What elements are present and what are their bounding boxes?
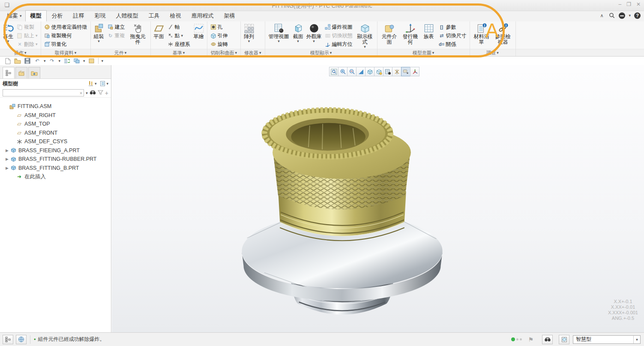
- tree-item-asm-top[interactable]: ▱ ASM_TOP: [0, 120, 111, 129]
- chevron-down-icon[interactable]: ▾: [83, 59, 85, 63]
- save-icon[interactable]: [24, 57, 31, 64]
- add-icon[interactable]: +: [105, 90, 108, 96]
- chevron-down-icon[interactable]: ▾: [86, 91, 88, 95]
- reference-viewer-button[interactable]: 參照檢視器: [492, 22, 514, 45]
- family-table-button[interactable]: 族表: [421, 22, 437, 40]
- toggle-browser-button[interactable]: [16, 335, 27, 344]
- tab-manikin[interactable]: 人體模型: [111, 10, 144, 21]
- drag-components-button[interactable]: 拖曳元件: [127, 22, 149, 45]
- group-label-datum[interactable]: 基準▾: [151, 49, 207, 56]
- sections-button[interactable]: 截面 ▾: [292, 22, 305, 43]
- annotation-display-button[interactable]: [401, 67, 410, 76]
- tree-item-brass-fitting-b[interactable]: ▶ BRASS_FITTING_B.PRT: [0, 164, 111, 173]
- tree-item-brass-fitting-rubber[interactable]: ▶ BRASS_FITTING-RUBBER.PRT: [0, 155, 111, 164]
- tab-view[interactable]: 檢視: [165, 10, 186, 21]
- repaint-button[interactable]: [356, 67, 365, 76]
- chevron-down-icon[interactable]: ▾: [59, 59, 61, 63]
- expander-icon[interactable]: ▶: [4, 166, 10, 170]
- group-label-get-data[interactable]: 取得資料▾: [41, 49, 90, 56]
- tree-item-asm-front[interactable]: ▱ ASM_FRONT: [0, 129, 111, 138]
- display-style-button[interactable]: 顯示樣式 ▾: [355, 22, 375, 49]
- file-menu-button[interactable]: 檔案 ▾: [3, 11, 25, 21]
- revolve-button[interactable]: 旋轉: [209, 40, 229, 48]
- display-style-toggle-button[interactable]: [365, 67, 374, 76]
- appearance-gallery-button[interactable]: 外觀庫 ▾: [306, 22, 323, 43]
- tree-filters-button[interactable]: ▾: [100, 81, 108, 87]
- expander-icon[interactable]: ▶: [4, 157, 10, 161]
- switch-dimensions-button[interactable]: ⇄ 切換尺寸: [437, 31, 468, 40]
- extrude-button[interactable]: 引伸: [209, 31, 229, 40]
- resource-center-icon[interactable]: [619, 12, 625, 19]
- group-label-component[interactable]: 元件▾: [91, 49, 150, 56]
- paste-button[interactable]: 貼上 ▾: [15, 31, 39, 40]
- tab-tools[interactable]: 工具: [144, 10, 165, 21]
- tree-item-brass-fieeing-a[interactable]: ▶ BRASS_FIEEING_A.PRT: [0, 146, 111, 155]
- graphics-area[interactable]: X.X+-0.1 X.XX+-0.01 X.XXX+-0.001 ANG.+-0…: [112, 65, 644, 332]
- restore-button[interactable]: ❐: [626, 1, 631, 7]
- bill-of-materials-button[interactable]: 材料清單: [472, 22, 491, 45]
- tab-applications[interactable]: 應用程式: [186, 10, 219, 21]
- group-label-cut-surface[interactable]: 切削和曲面▾: [207, 49, 241, 56]
- open-file-icon[interactable]: [14, 57, 21, 64]
- udf-button[interactable]: 使用者定義特徵: [43, 23, 89, 31]
- group-label-model-intent[interactable]: 模型意圖▾: [377, 49, 470, 56]
- regenerate-small-icon[interactable]: [63, 57, 70, 64]
- point-button[interactable]: 點 ▾: [166, 31, 192, 40]
- pattern-button[interactable]: 陣列 ▾: [243, 22, 255, 43]
- tree-item-asm-def-csys[interactable]: ASM_DEF_CSYS: [0, 137, 111, 146]
- selection-filter-dropdown[interactable]: 智慧型 ▾: [573, 335, 641, 344]
- select-in-model-button[interactable]: [559, 335, 569, 344]
- toggle-status-button[interactable]: 切換狀態: [323, 31, 354, 40]
- tab-folder-browser[interactable]: [15, 67, 27, 78]
- windows-icon[interactable]: [73, 57, 80, 64]
- tab-model[interactable]: 模型: [25, 10, 47, 21]
- exploded-view-button[interactable]: 爆炸視圖: [323, 23, 354, 31]
- tab-render[interactable]: 彩現: [90, 10, 111, 21]
- datum-display-filters-button[interactable]: [392, 67, 401, 76]
- sketch-button[interactable]: 草繪: [192, 22, 205, 40]
- delete-button[interactable]: ✕ 刪除 ▾: [15, 40, 39, 48]
- tab-favorites[interactable]: [28, 67, 40, 78]
- tab-framework[interactable]: 架構: [219, 10, 240, 21]
- view-manager-button[interactable]: [383, 67, 392, 76]
- zoom-out-button[interactable]: [347, 67, 356, 76]
- parameters-button[interactable]: [] 參數: [437, 23, 468, 31]
- create-button[interactable]: 建立: [106, 23, 126, 31]
- tab-annotate[interactable]: 註釋: [68, 10, 90, 21]
- relations-button[interactable]: d= 關係: [437, 40, 468, 48]
- spin-center-button[interactable]: [410, 67, 419, 76]
- component-interface-button[interactable]: 元件介面: [379, 22, 400, 45]
- refit-button[interactable]: [329, 67, 338, 76]
- undo-icon[interactable]: ↶: [34, 57, 41, 64]
- search-icon[interactable]: [608, 12, 615, 19]
- csys-button[interactable]: 座標系: [166, 40, 192, 48]
- saved-orientations-button[interactable]: [374, 67, 383, 76]
- copy-button[interactable]: 複製: [15, 23, 39, 31]
- new-file-icon[interactable]: [4, 57, 11, 64]
- tab-model-tree[interactable]: [3, 67, 15, 78]
- group-label-model-display[interactable]: 模型顯示▾: [265, 49, 377, 56]
- tree-item-asm-right[interactable]: ▱ ASM_RIGHT: [0, 111, 111, 120]
- repeat-button[interactable]: ↻ 重複: [106, 31, 126, 40]
- edit-position-button[interactable]: 編輯方位: [323, 40, 354, 48]
- group-label-investigate[interactable]: 調查▾: [470, 49, 515, 56]
- filter-funnel-icon[interactable]: [98, 90, 103, 96]
- redo-icon[interactable]: ↷: [49, 57, 56, 64]
- help-icon[interactable]: ?: [634, 12, 641, 19]
- publish-geometry-button[interactable]: 發行幾何: [401, 22, 420, 45]
- zoom-in-button[interactable]: [338, 67, 347, 76]
- close-button[interactable]: ✕: [636, 1, 641, 7]
- tree-search-input[interactable]: [3, 90, 78, 96]
- chevron-down-icon[interactable]: ▾: [44, 59, 46, 63]
- hole-button[interactable]: 孔: [209, 23, 229, 31]
- tree-item-insert-here[interactable]: ➜ 在此插入: [0, 172, 111, 181]
- find-binoculars-icon[interactable]: [90, 90, 96, 96]
- collapse-ribbon-icon[interactable]: ∧: [598, 12, 605, 19]
- regeneration-status-indicator[interactable]: [511, 337, 522, 341]
- close-window-icon[interactable]: [88, 57, 95, 64]
- chevron-down-icon[interactable]: ▾: [102, 59, 104, 63]
- group-label-modifiers[interactable]: 修改器▾: [241, 49, 265, 56]
- group-label-operations[interactable]: 操作▾: [0, 49, 41, 56]
- plane-button[interactable]: 平面: [153, 22, 165, 40]
- chevron-down-icon[interactable]: ▾: [629, 14, 631, 17]
